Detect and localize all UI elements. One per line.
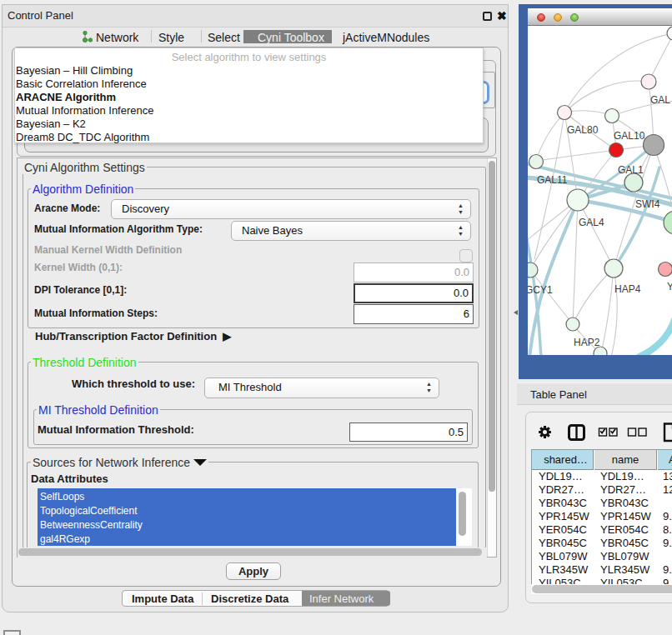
svg-text:GCY1: GCY1 [528, 284, 553, 296]
svg-text:HAP2: HAP2 [574, 337, 600, 348]
svg-text:HAP4: HAP4 [614, 283, 641, 295]
svg-text:SWI4: SWI4 [635, 198, 660, 210]
svg-text:GAL10: GAL10 [614, 130, 645, 142]
svg-text:Y: Y [667, 281, 672, 292]
svg-text:GAL4: GAL4 [579, 217, 604, 228]
svg-text:GAL11: GAL11 [537, 174, 568, 186]
svg-text:GAL80: GAL80 [567, 124, 599, 136]
svg-text:GAL: GAL [650, 94, 670, 106]
svg-text:GAL1: GAL1 [618, 164, 644, 176]
